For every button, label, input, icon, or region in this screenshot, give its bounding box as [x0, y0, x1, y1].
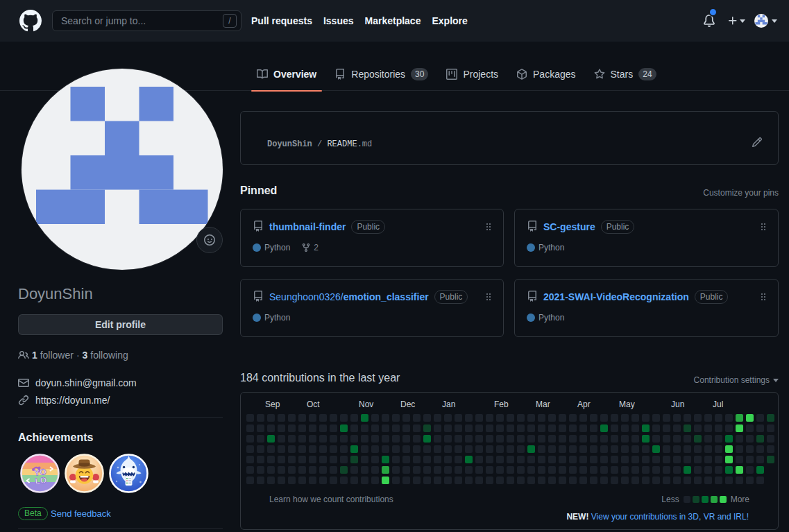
contribution-cell[interactable]: [652, 477, 660, 484]
nav-pull-requests[interactable]: Pull requests: [251, 15, 312, 26]
contribution-cell[interactable]: [486, 466, 493, 474]
contribution-cell[interactable]: [600, 445, 608, 453]
contribution-cell[interactable]: [746, 456, 754, 463]
contribution-cell[interactable]: [465, 466, 473, 474]
contribution-cell[interactable]: [288, 435, 296, 443]
contribution-cell[interactable]: [538, 466, 545, 474]
contribution-cell[interactable]: [673, 414, 681, 422]
contribution-cell[interactable]: [246, 466, 254, 474]
contribution-cell[interactable]: [767, 456, 774, 463]
contribution-cell[interactable]: [579, 445, 587, 453]
contribution-cell[interactable]: [444, 466, 452, 474]
learn-how-link[interactable]: Learn how we count contributions: [269, 495, 393, 504]
nav-marketplace[interactable]: Marketplace: [365, 15, 421, 26]
contribution-cell[interactable]: [309, 466, 316, 474]
contribution-cell[interactable]: [590, 414, 597, 422]
contribution-cell[interactable]: [579, 477, 587, 484]
contribution-cell[interactable]: [694, 456, 702, 463]
contribution-cell[interactable]: [444, 424, 452, 432]
contribution-cell[interactable]: [527, 466, 535, 474]
contribution-cell[interactable]: [496, 477, 504, 484]
contribution-cell[interactable]: [507, 424, 514, 432]
readme-filename[interactable]: README: [327, 139, 357, 149]
contribution-cell[interactable]: [330, 456, 337, 463]
contribution-cell[interactable]: [600, 435, 608, 443]
contribution-cell[interactable]: [652, 445, 660, 453]
contribution-cell[interactable]: [704, 456, 712, 463]
contribution-cell[interactable]: [673, 435, 681, 443]
contribution-cell[interactable]: [298, 477, 306, 484]
contribution-cell[interactable]: [402, 477, 410, 484]
contribution-cell[interactable]: [246, 445, 254, 453]
contribution-cell[interactable]: [361, 477, 368, 484]
contribution-cell[interactable]: [350, 445, 358, 453]
contribution-cell[interactable]: [631, 424, 639, 432]
contribution-cell[interactable]: [434, 414, 441, 422]
contribution-cell[interactable]: [371, 456, 379, 463]
tab-overview[interactable]: Overview: [251, 58, 322, 91]
contribution-cell[interactable]: [621, 477, 629, 484]
contribution-cell[interactable]: [569, 424, 577, 432]
contribution-cell[interactable]: [590, 424, 597, 432]
contribution-cell[interactable]: [319, 414, 327, 422]
contribution-cell[interactable]: [423, 466, 431, 474]
contribution-cell[interactable]: [538, 424, 545, 432]
contribution-cell[interactable]: [590, 466, 597, 474]
contribution-cell[interactable]: [642, 445, 650, 453]
contribution-cell[interactable]: [496, 435, 504, 443]
contribution-cell[interactable]: [382, 445, 389, 453]
followers-link[interactable]: 1 follower: [32, 350, 74, 361]
contribution-cell[interactable]: [465, 435, 473, 443]
contribution-cell[interactable]: [663, 456, 670, 463]
contribution-cell[interactable]: [715, 445, 722, 453]
contribution-cell[interactable]: [257, 435, 264, 443]
contribution-cell[interactable]: [559, 445, 566, 453]
contribution-cell[interactable]: [663, 435, 670, 443]
contribution-cell[interactable]: [756, 445, 764, 453]
contribution-cell[interactable]: [309, 456, 316, 463]
contribution-cell[interactable]: [475, 424, 483, 432]
contribution-cell[interactable]: [621, 414, 629, 422]
contribution-cell[interactable]: [278, 466, 285, 474]
edit-readme-pencil-icon[interactable]: [752, 137, 763, 148]
contribution-cell[interactable]: [444, 477, 452, 484]
contribution-cell[interactable]: [579, 456, 587, 463]
contribution-cell[interactable]: [725, 435, 733, 443]
contribution-cell[interactable]: [330, 424, 337, 432]
email-link[interactable]: doyun.shin@gmail.com: [35, 377, 137, 388]
repo-link[interactable]: thumbnail-finder: [269, 221, 346, 232]
contribution-cell[interactable]: [319, 424, 327, 432]
contribution-cell[interactable]: [413, 414, 421, 422]
contribution-cell[interactable]: [330, 466, 337, 474]
contribution-cell[interactable]: [350, 435, 358, 443]
contribution-cell[interactable]: [371, 445, 379, 453]
contribution-cell[interactable]: [631, 435, 639, 443]
contribution-cell[interactable]: [371, 466, 379, 474]
contribution-cell[interactable]: [309, 477, 316, 484]
contribution-cell[interactable]: [611, 435, 618, 443]
contribution-cell[interactable]: [725, 424, 733, 432]
contribution-cell[interactable]: [611, 456, 618, 463]
contribution-cell[interactable]: [496, 456, 504, 463]
contribution-cell[interactable]: [361, 435, 368, 443]
contribution-cell[interactable]: [413, 445, 421, 453]
header-avatar[interactable]: [754, 14, 768, 28]
contribution-cell[interactable]: [694, 435, 702, 443]
contribution-cell[interactable]: [382, 424, 389, 432]
contribution-cell[interactable]: [517, 477, 525, 484]
contribution-cell[interactable]: [496, 466, 504, 474]
contribution-cell[interactable]: [361, 424, 368, 432]
contribution-cell[interactable]: [267, 445, 275, 453]
contribution-cell[interactable]: [684, 424, 691, 432]
contribution-cell[interactable]: [340, 456, 348, 463]
contribution-cell[interactable]: [548, 435, 556, 443]
contribution-cell[interactable]: [455, 456, 462, 463]
contribution-cell[interactable]: [319, 435, 327, 443]
contribution-cell[interactable]: [631, 466, 639, 474]
contribution-cell[interactable]: [413, 466, 421, 474]
user-menu-caret-icon[interactable]: [772, 19, 777, 23]
contribution-cell[interactable]: [538, 414, 545, 422]
contribution-cell[interactable]: [507, 477, 514, 484]
contribution-cell[interactable]: [559, 477, 566, 484]
contribution-cell[interactable]: [736, 424, 743, 432]
